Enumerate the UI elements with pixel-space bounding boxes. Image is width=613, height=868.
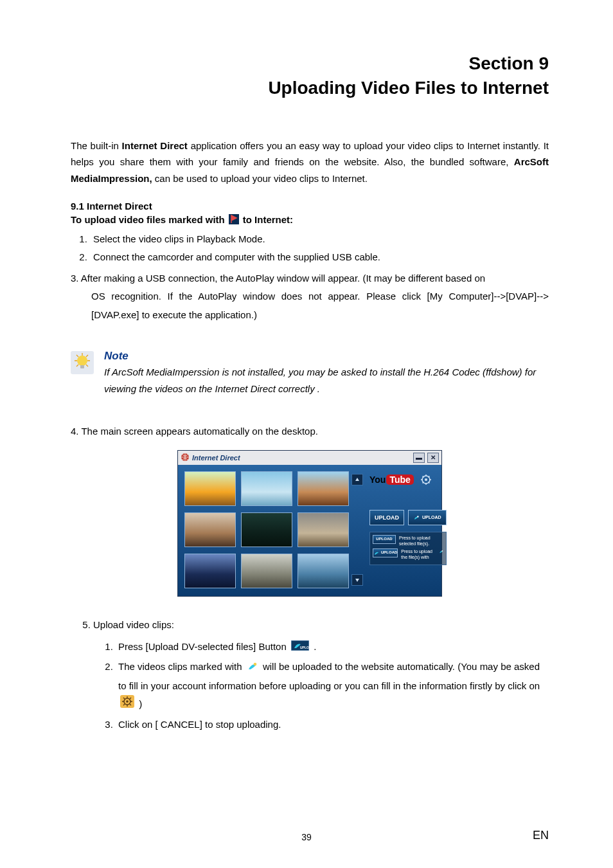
legend-row-2: UPLOAD Press to upload the file(s) with (373, 548, 443, 560)
steps-1-2-list: Select the video clips in Playback Mode.… (71, 230, 549, 267)
youtube-you: You (369, 475, 386, 485)
thumbnail-grid (184, 471, 349, 588)
language-code: EN (533, 829, 549, 842)
svg-rect-3 (80, 365, 84, 368)
step-5-2-prefix: The videos clips marked with (118, 661, 242, 672)
legend-text-2: Press to upload the file(s) with (401, 548, 436, 560)
legend-upload-badge: UPLOAD (373, 535, 396, 544)
app-body: YouTube UPLOAD UPLOAD UPLOAD (178, 465, 441, 596)
video-thumbnail[interactable] (184, 554, 236, 588)
step-4: 4. The main screen appears automatically… (71, 422, 549, 441)
step-5-1: Press [Upload DV-selected files] Button … (116, 638, 549, 656)
step-5-3: Click on [ CANCEL] to stop uploading. (116, 716, 549, 734)
settings-gear-icon[interactable] (420, 474, 432, 485)
step-3-body: OS recognition. If the AutoPlay window d… (71, 287, 549, 324)
svg-point-14 (126, 701, 129, 703)
video-thumbnail[interactable] (184, 471, 236, 506)
legend-row-1: UPLOAD Press to upload selected file(s). (373, 535, 443, 547)
section-title: Uploading Video Files to Internet (71, 76, 549, 100)
intro-text-1: The built-in (71, 140, 122, 151)
video-thumbnail[interactable] (298, 471, 349, 506)
legend-box: UPLOAD Press to upload selected file(s).… (369, 532, 447, 565)
step-3-line1: 3. After making a USB connection, the Au… (71, 273, 485, 284)
legend-dv-upload-badge: UPLOAD (373, 548, 398, 557)
step-1: Select the video clips in Playback Mode. (90, 230, 549, 249)
video-thumbnail[interactable] (241, 471, 292, 506)
svg-point-2 (77, 356, 87, 366)
note-title: Note (104, 350, 549, 363)
dv-upload-label: UPLOAD (422, 515, 441, 520)
video-thumbnail[interactable] (184, 512, 236, 547)
document-page: Section 9 Uploading Video Files to Inter… (0, 0, 613, 868)
scroll-column (349, 471, 366, 588)
legend-text-1: Press to upload selected file(s). (399, 535, 443, 547)
section-number: Section 9 (71, 51, 549, 76)
upload-prefix: To upload video files marked with (71, 214, 225, 225)
step-5-sublist: Press [Upload DV-selected files] Button … (93, 638, 549, 734)
note-content: Note If ArcSoft MediaImperssion is not i… (104, 350, 549, 397)
svg-point-11 (253, 663, 256, 666)
section-heading: Section 9 Uploading Video Files to Inter… (71, 51, 549, 100)
video-thumbnail[interactable] (241, 512, 292, 547)
step-5-label: Upload video clips: (93, 619, 174, 630)
upload-buttons-row: UPLOAD UPLOAD (369, 510, 447, 525)
intro-bold-1: Internet Direct (122, 140, 188, 151)
mark-icon (439, 548, 443, 555)
svg-point-6 (425, 478, 427, 481)
upload-instruction-line: To upload video files marked with to Int… (71, 214, 549, 225)
step-5-1-prefix: Press [Upload DV-selected files] Button (118, 641, 287, 652)
scroll-down-icon[interactable] (351, 574, 363, 586)
note-block: Note If ArcSoft MediaImperssion is not i… (71, 350, 549, 397)
legend-dv-label: UPLOAD (381, 550, 397, 556)
youtube-logo: YouTube (369, 475, 414, 485)
intro-paragraph: The built-in Internet Direct application… (71, 138, 549, 187)
dv-upload-inline-icon: UPLOAD (291, 638, 309, 657)
note-text: If ArcSoft MediaImperssion is not instal… (104, 364, 549, 397)
step-3: 3. After making a USB connection, the Au… (71, 269, 549, 325)
video-thumbnail[interactable] (298, 554, 349, 588)
flag-mark-icon (229, 214, 239, 224)
minimize-button[interactable]: ▬ (413, 453, 425, 463)
dv-upload-button[interactable]: UPLOAD (408, 510, 447, 525)
close-button[interactable]: ✕ (427, 453, 439, 463)
youtube-row: YouTube (369, 474, 447, 485)
step-5-2-suffix: ) (139, 698, 142, 709)
intro-text-3: can be used to upload your video clips t… (152, 173, 368, 184)
app-title: Internet Direct (192, 454, 240, 462)
app-titlebar[interactable]: Internet Direct ▬ ✕ (178, 451, 441, 465)
svg-point-8 (441, 550, 443, 552)
svg-point-7 (417, 516, 418, 517)
lightbulb-icon (71, 351, 94, 374)
video-thumbnail[interactable] (241, 554, 292, 588)
step-5-2: The videos clips marked with will be upl… (116, 658, 549, 714)
app-globe-icon (181, 453, 190, 463)
video-thumbnail[interactable] (298, 512, 349, 547)
step-5-list: Upload video clips: Press [Upload DV-sel… (71, 616, 549, 734)
youtube-tube: Tube (386, 475, 413, 485)
step-5-1-suffix: . (314, 641, 316, 652)
scroll-up-icon[interactable] (351, 474, 363, 485)
side-panel: YouTube UPLOAD UPLOAD UPLOAD (366, 471, 450, 588)
subsection-heading: 9.1 Internet Direct (71, 199, 549, 214)
upload-button[interactable]: UPLOAD (369, 510, 404, 525)
step-2: Connect the camcorder and computer with … (90, 248, 549, 267)
mark-inline-icon (247, 658, 258, 677)
gear-inline-icon (120, 695, 134, 714)
page-number: 39 (0, 832, 613, 842)
upload-suffix: to Internet: (243, 214, 293, 225)
step-5-head: Upload video clips: Press [Upload DV-sel… (93, 616, 549, 734)
internet-direct-window: Internet Direct ▬ ✕ (177, 450, 442, 597)
svg-text:UPLOAD: UPLOAD (300, 646, 309, 649)
